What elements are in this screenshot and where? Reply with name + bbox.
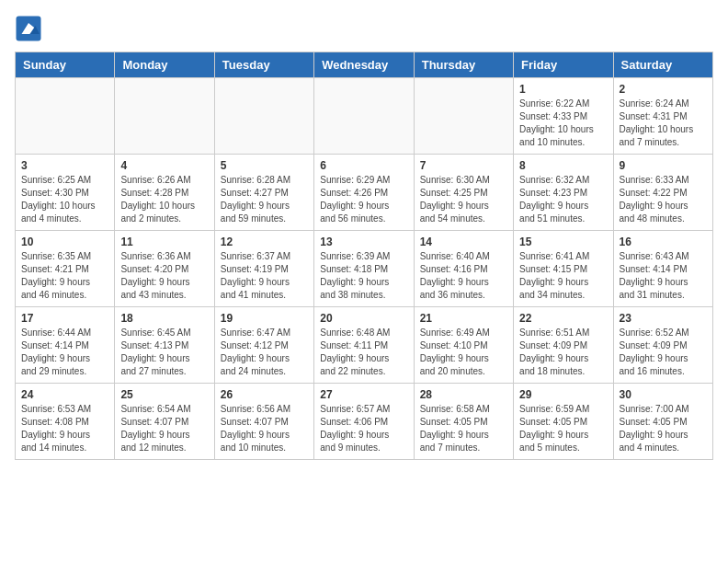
day-number: 11 xyxy=(120,236,208,248)
day-info: Sunrise: 6:37 AM Sunset: 4:19 PM Dayligh… xyxy=(221,250,308,302)
day-number: 25 xyxy=(120,388,208,401)
calendar-cell: 7Sunrise: 6:30 AM Sunset: 4:25 PM Daylig… xyxy=(414,155,513,231)
day-info: Sunrise: 6:48 AM Sunset: 4:11 PM Dayligh… xyxy=(320,327,407,378)
calendar-cell: 29Sunrise: 6:59 AM Sunset: 4:05 PM Dayli… xyxy=(514,384,613,460)
weekday-header-monday: Monday xyxy=(115,52,214,78)
calendar-cell: 3Sunrise: 6:25 AM Sunset: 4:30 PM Daylig… xyxy=(16,155,115,231)
calendar-cell: 22Sunrise: 6:51 AM Sunset: 4:09 PM Dayli… xyxy=(514,307,613,384)
day-info: Sunrise: 6:35 AM Sunset: 4:21 PM Dayligh… xyxy=(21,250,108,302)
calendar-cell xyxy=(214,78,313,155)
calendar-cell: 14Sunrise: 6:40 AM Sunset: 4:16 PM Dayli… xyxy=(414,231,513,307)
day-number: 28 xyxy=(420,388,507,401)
calendar-table: SundayMondayTuesdayWednesdayThursdayFrid… xyxy=(15,52,713,460)
weekday-header-wednesday: Wednesday xyxy=(314,52,414,78)
day-info: Sunrise: 6:43 AM Sunset: 4:14 PM Dayligh… xyxy=(620,250,707,302)
day-info: Sunrise: 6:44 AM Sunset: 4:14 PM Dayligh… xyxy=(21,327,108,378)
calendar-cell: 4Sunrise: 6:26 AM Sunset: 4:28 PM Daylig… xyxy=(115,155,214,231)
calendar-cell: 13Sunrise: 6:39 AM Sunset: 4:18 PM Dayli… xyxy=(314,231,414,307)
day-info: Sunrise: 6:47 AM Sunset: 4:12 PM Dayligh… xyxy=(221,327,308,378)
day-number: 21 xyxy=(420,312,507,325)
day-number: 10 xyxy=(21,236,108,248)
day-info: Sunrise: 6:36 AM Sunset: 4:20 PM Dayligh… xyxy=(120,250,208,302)
calendar-cell: 16Sunrise: 6:43 AM Sunset: 4:14 PM Dayli… xyxy=(613,231,712,307)
day-number: 1 xyxy=(519,83,607,96)
weekday-header-thursday: Thursday xyxy=(414,52,513,78)
day-info: Sunrise: 6:24 AM Sunset: 4:31 PM Dayligh… xyxy=(620,98,707,149)
day-info: Sunrise: 6:30 AM Sunset: 4:25 PM Dayligh… xyxy=(420,174,507,225)
calendar-cell xyxy=(16,78,115,155)
calendar-cell: 27Sunrise: 6:57 AM Sunset: 4:06 PM Dayli… xyxy=(314,384,414,460)
day-info: Sunrise: 6:57 AM Sunset: 4:06 PM Dayligh… xyxy=(320,403,407,454)
day-number: 2 xyxy=(620,83,707,96)
calendar-cell: 19Sunrise: 6:47 AM Sunset: 4:12 PM Dayli… xyxy=(214,307,313,384)
day-info: Sunrise: 6:22 AM Sunset: 4:33 PM Dayligh… xyxy=(519,98,607,149)
day-info: Sunrise: 6:41 AM Sunset: 4:15 PM Dayligh… xyxy=(519,250,607,302)
day-number: 30 xyxy=(620,388,707,401)
calendar-week-3: 10Sunrise: 6:35 AM Sunset: 4:21 PM Dayli… xyxy=(16,231,713,307)
day-number: 7 xyxy=(420,159,507,172)
weekday-header-sunday: Sunday xyxy=(16,52,115,78)
day-info: Sunrise: 6:28 AM Sunset: 4:27 PM Dayligh… xyxy=(221,174,308,225)
day-number: 3 xyxy=(21,159,108,172)
weekday-header-row: SundayMondayTuesdayWednesdayThursdayFrid… xyxy=(16,52,713,78)
calendar-cell: 10Sunrise: 6:35 AM Sunset: 4:21 PM Dayli… xyxy=(16,231,115,307)
calendar-cell: 2Sunrise: 6:24 AM Sunset: 4:31 PM Daylig… xyxy=(613,78,712,155)
day-number: 15 xyxy=(519,236,607,248)
calendar-cell: 15Sunrise: 6:41 AM Sunset: 4:15 PM Dayli… xyxy=(514,231,613,307)
day-info: Sunrise: 6:53 AM Sunset: 4:08 PM Dayligh… xyxy=(21,403,108,454)
day-info: Sunrise: 6:58 AM Sunset: 4:05 PM Dayligh… xyxy=(420,403,507,454)
calendar-cell xyxy=(115,78,214,155)
day-info: Sunrise: 7:00 AM Sunset: 4:05 PM Dayligh… xyxy=(620,403,707,454)
calendar-cell: 17Sunrise: 6:44 AM Sunset: 4:14 PM Dayli… xyxy=(16,307,115,384)
day-number: 17 xyxy=(21,312,108,325)
weekday-header-tuesday: Tuesday xyxy=(214,52,313,78)
day-number: 19 xyxy=(221,312,308,325)
day-info: Sunrise: 6:56 AM Sunset: 4:07 PM Dayligh… xyxy=(221,403,308,454)
day-number: 27 xyxy=(320,388,407,401)
calendar-cell: 5Sunrise: 6:28 AM Sunset: 4:27 PM Daylig… xyxy=(214,155,313,231)
day-number: 8 xyxy=(519,159,607,172)
day-number: 16 xyxy=(620,236,707,248)
calendar-cell: 23Sunrise: 6:52 AM Sunset: 4:09 PM Dayli… xyxy=(613,307,712,384)
calendar-week-5: 24Sunrise: 6:53 AM Sunset: 4:08 PM Dayli… xyxy=(16,384,713,460)
day-info: Sunrise: 6:33 AM Sunset: 4:22 PM Dayligh… xyxy=(620,174,707,225)
calendar-cell: 12Sunrise: 6:37 AM Sunset: 4:19 PM Dayli… xyxy=(214,231,313,307)
day-info: Sunrise: 6:29 AM Sunset: 4:26 PM Dayligh… xyxy=(320,174,407,225)
day-info: Sunrise: 6:59 AM Sunset: 4:05 PM Dayligh… xyxy=(519,403,607,454)
calendar-cell: 9Sunrise: 6:33 AM Sunset: 4:22 PM Daylig… xyxy=(613,155,712,231)
calendar-cell: 24Sunrise: 6:53 AM Sunset: 4:08 PM Dayli… xyxy=(16,384,115,460)
calendar-cell: 25Sunrise: 6:54 AM Sunset: 4:07 PM Dayli… xyxy=(115,384,214,460)
day-info: Sunrise: 6:54 AM Sunset: 4:07 PM Dayligh… xyxy=(120,403,208,454)
weekday-header-saturday: Saturday xyxy=(613,52,712,78)
day-number: 14 xyxy=(420,236,507,248)
calendar-cell: 28Sunrise: 6:58 AM Sunset: 4:05 PM Dayli… xyxy=(414,384,513,460)
calendar-cell: 21Sunrise: 6:49 AM Sunset: 4:10 PM Dayli… xyxy=(414,307,513,384)
day-info: Sunrise: 6:49 AM Sunset: 4:10 PM Dayligh… xyxy=(420,327,507,378)
weekday-header-friday: Friday xyxy=(514,52,613,78)
day-info: Sunrise: 6:45 AM Sunset: 4:13 PM Dayligh… xyxy=(120,327,208,378)
day-info: Sunrise: 6:51 AM Sunset: 4:09 PM Dayligh… xyxy=(519,327,607,378)
day-info: Sunrise: 6:32 AM Sunset: 4:23 PM Dayligh… xyxy=(519,174,607,225)
calendar-cell: 8Sunrise: 6:32 AM Sunset: 4:23 PM Daylig… xyxy=(514,155,613,231)
calendar-week-1: 1Sunrise: 6:22 AM Sunset: 4:33 PM Daylig… xyxy=(16,78,713,155)
day-info: Sunrise: 6:40 AM Sunset: 4:16 PM Dayligh… xyxy=(420,250,507,302)
day-number: 9 xyxy=(620,159,707,172)
day-number: 23 xyxy=(620,312,707,325)
day-info: Sunrise: 6:39 AM Sunset: 4:18 PM Dayligh… xyxy=(320,250,407,302)
logo-icon xyxy=(15,15,42,42)
page-header xyxy=(15,15,713,42)
calendar-cell: 11Sunrise: 6:36 AM Sunset: 4:20 PM Dayli… xyxy=(115,231,214,307)
calendar-cell: 26Sunrise: 6:56 AM Sunset: 4:07 PM Dayli… xyxy=(214,384,313,460)
calendar-cell xyxy=(314,78,414,155)
day-number: 22 xyxy=(519,312,607,325)
calendar-cell: 6Sunrise: 6:29 AM Sunset: 4:26 PM Daylig… xyxy=(314,155,414,231)
day-number: 29 xyxy=(519,388,607,401)
day-number: 12 xyxy=(221,236,308,248)
calendar-cell: 30Sunrise: 7:00 AM Sunset: 4:05 PM Dayli… xyxy=(613,384,712,460)
day-number: 24 xyxy=(21,388,108,401)
day-info: Sunrise: 6:26 AM Sunset: 4:28 PM Dayligh… xyxy=(120,174,208,225)
calendar-week-2: 3Sunrise: 6:25 AM Sunset: 4:30 PM Daylig… xyxy=(16,155,713,231)
calendar-cell: 20Sunrise: 6:48 AM Sunset: 4:11 PM Dayli… xyxy=(314,307,414,384)
calendar-cell xyxy=(414,78,513,155)
calendar-week-4: 17Sunrise: 6:44 AM Sunset: 4:14 PM Dayli… xyxy=(16,307,713,384)
